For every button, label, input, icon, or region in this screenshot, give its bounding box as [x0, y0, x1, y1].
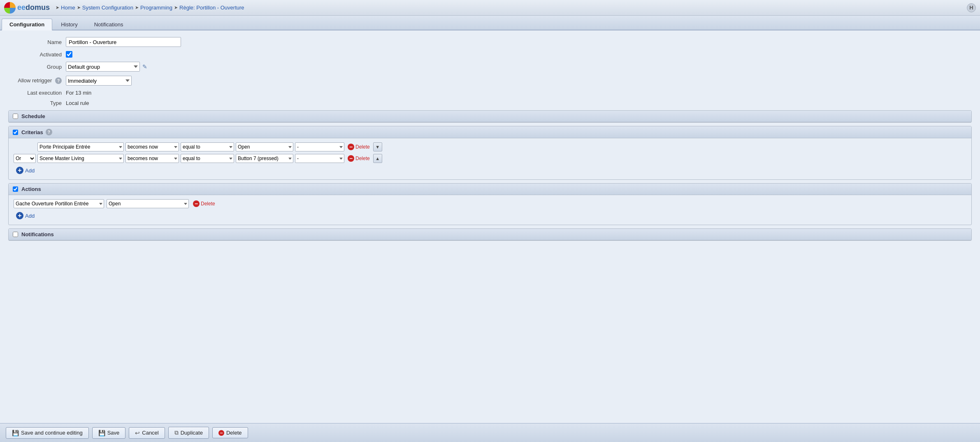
save-continue-label: Save and continue editing	[21, 430, 83, 436]
criteria-equal-1[interactable]: equal to	[181, 154, 234, 163]
criteria-delete-1[interactable]: − Delete	[346, 154, 372, 163]
logo-text: eedomus	[17, 3, 50, 12]
save-icon: 💾	[98, 430, 105, 436]
criteria-delete-label-1: Delete	[355, 156, 370, 161]
criterias-body: Porte Principale Entrée becomes now equa…	[9, 138, 971, 179]
criteria-move-up-1[interactable]: ▲	[373, 154, 382, 163]
criteria-equal-0[interactable]: equal to	[181, 142, 234, 151]
group-select[interactable]: Default group	[66, 62, 140, 72]
cancel-icon: ↩	[135, 430, 140, 436]
actions-add-button[interactable]: + Add	[14, 211, 37, 221]
main-content: Name Activated Group Default group ✎ All…	[0, 30, 980, 442]
group-row: Group Default group ✎	[8, 62, 972, 72]
criteria-delete-icon-1: −	[348, 155, 354, 162]
criteria-device-0[interactable]: Porte Principale Entrée	[37, 142, 124, 151]
last-execution-label: Last execution	[8, 90, 66, 96]
criteria-value-1[interactable]: Button 7 (pressed)	[236, 154, 293, 163]
activated-checkbox[interactable]	[66, 51, 72, 58]
last-execution-value: For 13 min	[66, 90, 91, 96]
breadcrumb-home[interactable]: Home	[61, 5, 75, 11]
bottom-toolbar: 💾 Save and continue editing 💾 Save ↩ Can…	[0, 423, 980, 442]
breadcrumb-arrow-2: ➤	[135, 5, 139, 10]
criterias-header: Criterias ?	[9, 126, 971, 138]
activated-row: Activated	[8, 51, 972, 58]
criteria-add-button[interactable]: + Add	[14, 165, 37, 175]
criterias-label: Criterias	[21, 129, 43, 135]
delete-toolbar-icon: −	[218, 430, 224, 436]
schedule-header: Schedule	[9, 111, 971, 122]
notifications-header: Notifications	[9, 229, 971, 240]
tab-history[interactable]: History	[53, 19, 85, 30]
criteria-or-select[interactable]: Or And	[14, 154, 36, 163]
logo-circle	[4, 2, 16, 14]
criteria-becomes-1[interactable]: becomes now	[125, 154, 179, 163]
breadcrumb-arrow-0: ➤	[56, 5, 59, 10]
retrigger-select[interactable]: Immediately Never After delay	[66, 76, 132, 86]
schedule-label: Schedule	[21, 113, 45, 119]
actions-label: Actions	[21, 186, 41, 192]
criteria-delete-label-0: Delete	[355, 144, 370, 150]
actions-section: Actions Gache Ouverture Portillon Entrée…	[8, 183, 972, 225]
type-row: Type Local rule	[8, 100, 972, 106]
action-delete-icon-0: −	[193, 200, 200, 207]
breadcrumb-system-config[interactable]: System Configuration	[82, 5, 133, 11]
actions-add-icon: +	[16, 212, 23, 219]
criteria-value-0[interactable]: Open	[236, 142, 293, 151]
notifications-section-checkbox[interactable]	[13, 232, 18, 237]
criteria-delete-icon-0: −	[348, 144, 354, 150]
logo: eedomus	[4, 2, 50, 14]
last-execution-row: Last execution For 13 min	[8, 90, 972, 96]
criteria-becomes-0[interactable]: becomes now	[125, 142, 179, 151]
criteria-add-label: Add	[25, 167, 35, 174]
criteria-delete-0[interactable]: − Delete	[346, 143, 372, 151]
criterias-checkbox[interactable]	[13, 130, 18, 135]
tab-configuration[interactable]: Configuration	[2, 19, 52, 30]
breadcrumb-arrow-3: ➤	[174, 5, 178, 10]
action-delete-0[interactable]: − Delete	[191, 200, 217, 208]
criteria-move-down-0[interactable]: ▼	[373, 142, 382, 151]
actions-add-label: Add	[25, 213, 35, 219]
type-label: Type	[8, 100, 66, 106]
allow-retrigger-row: Allow retrigger ? Immediately Never Afte…	[8, 76, 972, 86]
notifications-section: Notifications	[8, 228, 972, 241]
criteria-dash-0[interactable]: -	[295, 142, 344, 151]
actions-checkbox[interactable]	[13, 186, 18, 192]
type-value: Local rule	[66, 100, 89, 106]
action-device-0[interactable]: Gache Ouverture Portillon Entrée	[14, 199, 104, 208]
breadcrumb-rule[interactable]: Règle: Portillon - Ouverture	[179, 5, 244, 11]
save-button[interactable]: 💾 Save	[92, 427, 126, 439]
criteria-row-0: Porte Principale Entrée becomes now equa…	[14, 142, 966, 151]
cancel-label: Cancel	[142, 430, 158, 436]
criteria-connector-1[interactable]: Or And	[14, 154, 36, 163]
criteria-add-icon: +	[16, 167, 23, 174]
breadcrumb-programming[interactable]: Programming	[140, 5, 172, 11]
action-value-0[interactable]: Open	[107, 199, 189, 208]
schedule-section: Schedule	[8, 110, 972, 123]
delete-button[interactable]: − Delete	[212, 427, 248, 438]
retrigger-help-icon[interactable]: ?	[55, 77, 62, 84]
criteria-device-1[interactable]: Scene Master Living	[37, 154, 124, 163]
duplicate-button[interactable]: ⧉ Duplicate	[168, 427, 209, 439]
schedule-checkbox[interactable]	[13, 114, 18, 119]
cancel-button[interactable]: ↩ Cancel	[129, 427, 165, 439]
criterias-help-icon[interactable]: ?	[46, 129, 52, 135]
name-row: Name	[8, 37, 972, 47]
tab-notifications[interactable]: Notifications	[86, 19, 131, 30]
actions-header: Actions	[9, 184, 971, 195]
notifications-section-label: Notifications	[21, 231, 54, 237]
topbar: eedomus ➤ Home ➤ System Configuration ➤ …	[0, 0, 980, 16]
save-label: Save	[107, 430, 120, 436]
actions-body: Gache Ouverture Portillon Entrée Open − …	[9, 195, 971, 225]
name-input[interactable]	[66, 37, 181, 47]
allow-retrigger-label: Allow retrigger ?	[8, 77, 66, 84]
help-icon[interactable]: H	[967, 3, 976, 12]
delete-label: Delete	[226, 430, 242, 436]
breadcrumb: ➤ Home ➤ System Configuration ➤ Programm…	[56, 5, 244, 11]
action-delete-label-0: Delete	[201, 201, 215, 207]
group-edit-icon[interactable]: ✎	[142, 63, 147, 70]
breadcrumb-arrow-1: ➤	[77, 5, 81, 10]
name-label: Name	[8, 39, 66, 45]
save-continue-button[interactable]: 💾 Save and continue editing	[6, 427, 89, 439]
criteria-dash-1[interactable]: -	[295, 154, 344, 163]
tabs-bar: Configuration History Notifications	[0, 16, 980, 30]
